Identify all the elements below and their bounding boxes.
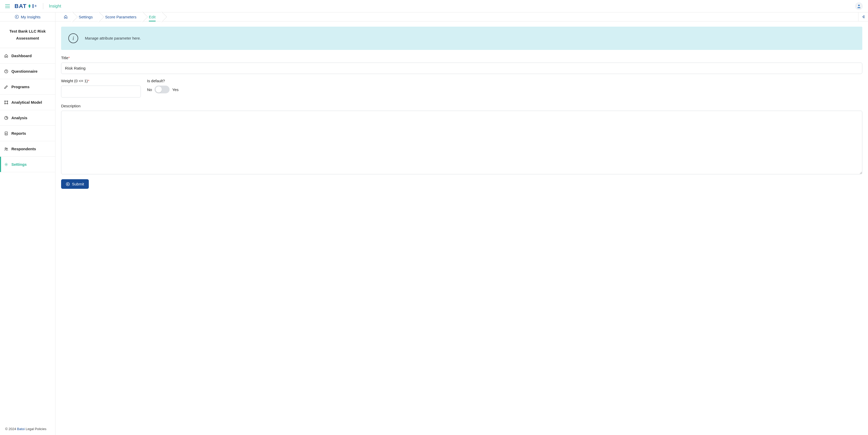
sidebar: My Insights Test Bank LLC Risk Assessmen… (0, 12, 55, 435)
breadcrumb-edit[interactable]: Edit (143, 12, 162, 21)
description-textarea[interactable] (61, 111, 862, 174)
logo-registered: ® (35, 5, 37, 7)
logo-text-1: BAT (14, 3, 27, 9)
title-label-text: Title (61, 56, 68, 60)
required-mark: * (68, 56, 70, 60)
breadcrumb-label: Score Parameters (105, 15, 136, 19)
sidebar-item-programs[interactable]: Programs (0, 79, 55, 95)
sidebar-item-respondents[interactable]: Respondents (0, 141, 55, 157)
logo-text-2: I (32, 3, 34, 9)
hamburger-icon[interactable] (5, 4, 10, 8)
project-title: Test Bank LLC Risk Assessment (0, 22, 55, 48)
breadcrumb-collapse-button[interactable] (858, 12, 868, 21)
main: Settings Score Parameters Edit i Manage … (55, 12, 868, 435)
footer-copyright: © 2024 (5, 427, 17, 431)
topbar-left: BAT I ® Insight (5, 3, 61, 9)
breadcrumbs: Settings Score Parameters Edit (59, 12, 162, 21)
person-icon (857, 4, 861, 8)
sidebar-item-questionnaire[interactable]: Questionnaire (0, 64, 55, 79)
triangle-left-icon (862, 15, 865, 19)
weight-input[interactable] (61, 86, 141, 98)
svg-point-8 (7, 101, 8, 101)
my-insights-link[interactable]: My Insights (0, 12, 55, 22)
sidebar-item-dashboard[interactable]: Dashboard (0, 48, 55, 64)
footer-legal: Legal Policies (25, 427, 46, 431)
product-name[interactable]: Insight (49, 4, 61, 8)
title-input[interactable] (61, 63, 862, 74)
sidebar-item-label: Reports (11, 131, 26, 136)
toggle-no-label: No (147, 88, 152, 92)
toggle-knob (156, 87, 162, 93)
home-icon (64, 15, 68, 19)
sidebar-item-label: Dashboard (11, 54, 32, 58)
svg-point-14 (6, 148, 7, 149)
model-nodes-icon (4, 100, 8, 104)
breadcrumb-bar: Settings Score Parameters Edit (55, 12, 868, 22)
field-description-group: Description (61, 104, 862, 175)
breadcrumb-settings[interactable]: Settings (72, 12, 99, 21)
default-toggle[interactable] (155, 86, 169, 93)
footer: © 2024 Batoi Legal Policies (0, 423, 55, 435)
description-label: Description (61, 104, 862, 108)
weight-label: Weight (0 <= 1)* (61, 79, 141, 83)
svg-point-4 (15, 15, 19, 19)
sidebar-item-label: Questionnaire (11, 69, 37, 73)
footer-brand-link[interactable]: Batoi (17, 427, 25, 431)
required-mark: * (88, 79, 89, 83)
breadcrumb-home[interactable] (59, 12, 72, 21)
arrow-back-circle-icon (15, 15, 19, 19)
field-default-group: Is default? No Yes (147, 79, 179, 98)
svg-point-9 (5, 103, 5, 104)
arrow-right-circle-icon (66, 182, 70, 186)
breadcrumb-label: Edit (149, 15, 156, 22)
svg-point-7 (5, 101, 5, 101)
user-avatar[interactable] (855, 2, 863, 10)
info-alert: i Manage attribute parameter here. (61, 27, 862, 50)
sidebar-item-label: Programs (11, 85, 30, 89)
sidebar-item-analysis[interactable]: Analysis (0, 110, 55, 126)
sidebar-item-analytical-model[interactable]: Analytical Model (0, 95, 55, 110)
gear-icon (4, 162, 8, 167)
svg-point-3 (858, 4, 860, 6)
default-label: Is default? (147, 79, 179, 83)
sidebar-item-label: Analytical Model (11, 100, 42, 104)
breadcrumb-score-parameters[interactable]: Score Parameters (99, 12, 143, 21)
sidebar-item-reports[interactable]: Reports (0, 126, 55, 141)
svg-point-15 (6, 164, 7, 165)
nav-list: Dashboard Questionnaire Programs Analyti… (0, 48, 55, 172)
field-title-group: Title* (61, 56, 862, 74)
question-circle-icon (4, 69, 8, 73)
content-area: i Manage attribute parameter here. Title… (55, 22, 868, 195)
toggle-yes-label: Yes (172, 88, 178, 92)
weight-label-text: Weight (0 <= 1) (61, 79, 88, 83)
svg-point-6 (6, 72, 6, 72)
my-insights-label: My Insights (21, 15, 41, 19)
submit-label: Submit (72, 182, 84, 186)
alert-text: Manage attribute parameter here. (85, 36, 141, 40)
sidebar-item-settings[interactable]: Settings (0, 157, 55, 172)
leaf-icon (27, 4, 32, 8)
breadcrumb-label: Settings (79, 15, 93, 19)
submit-button[interactable]: Submit (61, 179, 89, 189)
topbar: BAT I ® Insight (0, 0, 868, 12)
svg-point-10 (7, 103, 8, 104)
report-icon (4, 131, 8, 136)
field-weight-group: Weight (0 <= 1)* (61, 79, 141, 98)
info-icon: i (68, 33, 78, 43)
svg-point-13 (5, 148, 6, 149)
sidebar-item-label: Analysis (11, 115, 27, 120)
logo[interactable]: BAT I ® (14, 3, 37, 9)
title-label: Title* (61, 56, 862, 60)
sidebar-item-label: Settings (11, 162, 27, 167)
users-icon (4, 147, 8, 151)
home-icon (4, 54, 8, 58)
pie-icon (4, 116, 8, 120)
pen-icon (4, 85, 8, 89)
sidebar-item-label: Respondents (11, 147, 36, 151)
